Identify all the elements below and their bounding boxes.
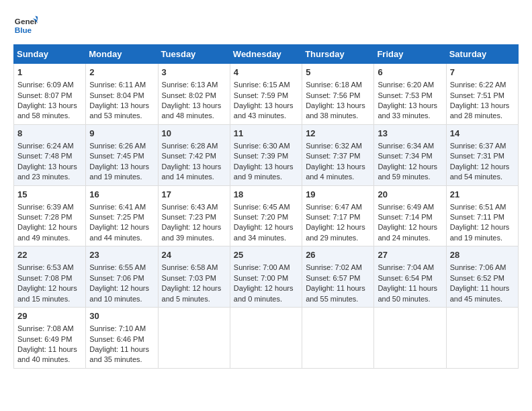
- day-info: and 48 minutes.: [162, 111, 226, 121]
- day-number: 29: [17, 310, 82, 322]
- day-number: 7: [450, 66, 515, 79]
- day-number: 5: [306, 66, 370, 79]
- day-info: Sunrise: 6:15 AM: [234, 80, 298, 90]
- day-info: and 58 minutes.: [17, 111, 82, 121]
- week-row-4: 22Sunrise: 6:53 AMSunset: 7:08 PMDayligh…: [14, 246, 519, 308]
- day-number: 11: [234, 128, 298, 140]
- calendar-cell: 1Sunrise: 6:09 AMSunset: 8:07 PMDaylight…: [14, 64, 86, 125]
- day-info: and 44 minutes.: [89, 233, 154, 243]
- logo-icon: General Blue: [13, 13, 38, 38]
- day-info: and 35 minutes.: [89, 355, 154, 365]
- day-info: Daylight: 12 hours: [89, 283, 154, 293]
- col-header-tuesday: Tuesday: [158, 45, 230, 64]
- calendar-cell: [374, 308, 446, 369]
- calendar-cell: 21Sunrise: 6:51 AMSunset: 7:11 PMDayligh…: [446, 185, 518, 246]
- header-row: SundayMondayTuesdayWednesdayThursdayFrid…: [14, 45, 519, 64]
- day-info: Sunrise: 6:39 AM: [17, 202, 82, 212]
- day-info: Sunrise: 7:08 AM: [17, 324, 82, 334]
- day-info: Sunset: 7:17 PM: [306, 212, 370, 222]
- day-number: 9: [89, 128, 154, 140]
- day-number: 13: [378, 128, 442, 140]
- day-number: 12: [306, 128, 370, 140]
- day-info: Sunrise: 6:26 AM: [89, 141, 154, 151]
- day-number: 16: [89, 189, 154, 201]
- day-info: Daylight: 12 hours: [89, 222, 154, 232]
- day-number: 19: [306, 189, 370, 201]
- day-number: 22: [17, 249, 82, 261]
- day-info: Daylight: 11 hours: [450, 283, 515, 293]
- day-info: Sunset: 6:52 PM: [450, 273, 515, 283]
- calendar-cell: 11Sunrise: 6:30 AMSunset: 7:39 PMDayligh…: [230, 124, 302, 185]
- calendar-cell: 7Sunrise: 6:22 AMSunset: 7:51 PMDaylight…: [446, 64, 518, 125]
- day-info: Sunset: 7:53 PM: [378, 91, 442, 101]
- calendar-cell: 25Sunrise: 7:00 AMSunset: 7:00 PMDayligh…: [230, 246, 302, 308]
- day-info: Sunrise: 7:00 AM: [234, 263, 298, 273]
- day-info: Sunset: 6:49 PM: [17, 334, 82, 345]
- day-info: and 19 minutes.: [89, 172, 154, 182]
- calendar-cell: 29Sunrise: 7:08 AMSunset: 6:49 PMDayligh…: [14, 308, 86, 369]
- day-info: Sunset: 7:06 PM: [89, 273, 154, 283]
- day-info: Sunset: 7:31 PM: [450, 151, 515, 161]
- day-number: 18: [234, 189, 298, 201]
- day-number: 23: [89, 249, 154, 261]
- day-number: 10: [162, 128, 226, 140]
- day-info: Sunset: 7:48 PM: [17, 151, 82, 161]
- calendar-cell: 2Sunrise: 6:11 AMSunset: 8:04 PMDaylight…: [86, 64, 158, 125]
- day-info: Sunrise: 6:09 AM: [17, 80, 82, 90]
- day-info: Sunrise: 7:06 AM: [450, 263, 515, 273]
- week-row-2: 8Sunrise: 6:24 AMSunset: 7:48 PMDaylight…: [14, 124, 519, 185]
- day-number: 4: [234, 66, 298, 79]
- calendar-cell: 5Sunrise: 6:18 AMSunset: 7:56 PMDaylight…: [302, 64, 374, 125]
- day-info: and 5 minutes.: [162, 294, 226, 304]
- calendar-cell: [302, 308, 374, 369]
- day-info: and 34 minutes.: [234, 233, 298, 243]
- day-number: 24: [162, 249, 226, 261]
- calendar-cell: 9Sunrise: 6:26 AMSunset: 7:45 PMDaylight…: [86, 124, 158, 185]
- day-info: Sunset: 7:59 PM: [234, 91, 298, 101]
- day-number: 14: [450, 128, 515, 140]
- day-info: Daylight: 13 hours: [450, 101, 515, 111]
- week-row-1: 1Sunrise: 6:09 AMSunset: 8:07 PMDaylight…: [14, 64, 519, 125]
- day-info: Sunrise: 6:53 AM: [17, 263, 82, 273]
- day-info: and 50 minutes.: [378, 294, 442, 304]
- day-info: Sunrise: 6:30 AM: [234, 141, 298, 151]
- day-info: Daylight: 13 hours: [234, 101, 298, 111]
- calendar-cell: 20Sunrise: 6:49 AMSunset: 7:14 PMDayligh…: [374, 185, 446, 246]
- day-info: and 55 minutes.: [306, 294, 370, 304]
- day-info: and 49 minutes.: [17, 233, 82, 243]
- day-number: 1: [17, 66, 82, 79]
- day-number: 8: [17, 128, 82, 140]
- day-info: Daylight: 12 hours: [234, 283, 298, 293]
- day-info: and 24 minutes.: [378, 233, 442, 243]
- day-info: Sunset: 7:51 PM: [450, 91, 515, 101]
- calendar-cell: 12Sunrise: 6:32 AMSunset: 7:37 PMDayligh…: [302, 124, 374, 185]
- calendar-table: SundayMondayTuesdayWednesdayThursdayFrid…: [13, 44, 519, 369]
- calendar-cell: 27Sunrise: 7:04 AMSunset: 6:54 PMDayligh…: [374, 246, 446, 308]
- day-info: and 0 minutes.: [234, 294, 298, 304]
- day-info: Sunset: 7:42 PM: [162, 151, 226, 161]
- day-info: Sunrise: 6:37 AM: [450, 141, 515, 151]
- day-info: Sunset: 7:45 PM: [89, 151, 154, 161]
- day-info: and 54 minutes.: [450, 172, 515, 182]
- day-info: Sunrise: 7:10 AM: [89, 324, 154, 334]
- day-info: Sunset: 7:34 PM: [378, 151, 442, 161]
- calendar-cell: 30Sunrise: 7:10 AMSunset: 6:46 PMDayligh…: [86, 308, 158, 369]
- day-info: and 38 minutes.: [306, 111, 370, 121]
- week-row-5: 29Sunrise: 7:08 AMSunset: 6:49 PMDayligh…: [14, 308, 519, 369]
- calendar-cell: 6Sunrise: 6:20 AMSunset: 7:53 PMDaylight…: [374, 64, 446, 125]
- calendar-cell: 4Sunrise: 6:15 AMSunset: 7:59 PMDaylight…: [230, 64, 302, 125]
- day-info: and 39 minutes.: [162, 233, 226, 243]
- day-info: Sunrise: 7:02 AM: [306, 263, 370, 273]
- day-info: and 28 minutes.: [450, 111, 515, 121]
- day-info: Sunrise: 6:13 AM: [162, 80, 226, 90]
- col-header-wednesday: Wednesday: [230, 45, 302, 64]
- day-info: Sunrise: 6:24 AM: [17, 141, 82, 151]
- calendar-cell: 26Sunrise: 7:02 AMSunset: 6:57 PMDayligh…: [302, 246, 374, 308]
- calendar-cell: 18Sunrise: 6:45 AMSunset: 7:20 PMDayligh…: [230, 185, 302, 246]
- day-info: Daylight: 12 hours: [306, 222, 370, 232]
- day-info: Sunset: 7:56 PM: [306, 91, 370, 101]
- day-info: Sunrise: 6:58 AM: [162, 263, 226, 273]
- day-info: Daylight: 11 hours: [378, 283, 442, 293]
- day-info: Sunset: 7:37 PM: [306, 151, 370, 161]
- day-info: Sunset: 6:54 PM: [378, 273, 442, 283]
